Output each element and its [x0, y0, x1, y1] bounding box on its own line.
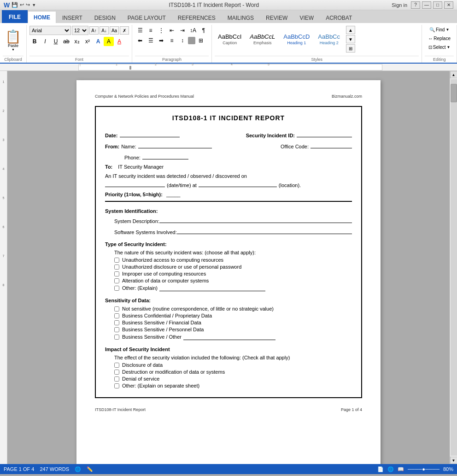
- tab-home[interactable]: HOME: [28, 11, 56, 23]
- tab-insert[interactable]: INSERT: [56, 12, 88, 23]
- sensitivity-checkbox-3[interactable]: [114, 320, 119, 325]
- minimize-button[interactable]: —: [422, 1, 431, 9]
- align-center-button[interactable]: ☰: [146, 36, 156, 45]
- tab-file[interactable]: FILE: [2, 10, 28, 23]
- tab-page-layout[interactable]: PAGE LAYOUT: [122, 12, 172, 23]
- highlight-button[interactable]: A: [104, 37, 114, 46]
- tab-review[interactable]: REVIEW: [260, 12, 293, 23]
- line-spacing-button[interactable]: ↕: [177, 36, 187, 45]
- office-code-field[interactable]: [311, 142, 352, 148]
- italic-button[interactable]: I: [40, 37, 50, 46]
- type-checkbox-4[interactable]: [114, 278, 119, 283]
- strikethrough-button[interactable]: ab: [61, 37, 71, 46]
- bullets-button[interactable]: ☰: [135, 26, 145, 35]
- styles-label: Styles: [215, 56, 419, 62]
- font-family-select[interactable]: Arial: [29, 26, 71, 35]
- datetime-field[interactable]: [105, 181, 165, 187]
- style-heading1[interactable]: AaBbCcD Heading 1: [280, 26, 313, 52]
- impact-checkbox-4[interactable]: [114, 383, 119, 388]
- styles-scroll-up[interactable]: ▲: [346, 26, 355, 34]
- sensitivity-checkbox-1[interactable]: [114, 306, 119, 311]
- change-case-button[interactable]: Aa: [110, 26, 119, 35]
- sensitivity-other-field[interactable]: [183, 334, 275, 340]
- font-shrink-button[interactable]: A↓: [100, 26, 109, 35]
- font-color-button[interactable]: A: [114, 37, 124, 46]
- phone-field[interactable]: [142, 153, 188, 159]
- select-button[interactable]: ⊡ Select ▼: [425, 43, 454, 51]
- type-checkbox-3[interactable]: [114, 271, 119, 276]
- view-read-icon[interactable]: 📖: [398, 466, 404, 472]
- multilevel-button[interactable]: ⋮: [156, 26, 166, 35]
- font-size-select[interactable]: 12: [72, 26, 88, 35]
- style-caption[interactable]: AaBbCcI Caption: [215, 26, 245, 52]
- sensitivity-checkbox-4[interactable]: [114, 327, 119, 332]
- show-marks-button[interactable]: ¶: [199, 26, 209, 35]
- signin-link[interactable]: Sign in: [392, 2, 407, 8]
- paste-button[interactable]: 📋 Paste ▼: [3, 29, 23, 53]
- tab-acrobat[interactable]: ACROBAT: [320, 12, 358, 23]
- zoom-slider[interactable]: ────●────: [408, 466, 439, 472]
- scroll-down-button[interactable]: ▼: [450, 457, 457, 464]
- align-left-button[interactable]: ⬅: [135, 36, 145, 45]
- language-icon[interactable]: 🌐: [75, 466, 81, 472]
- scroll-thumb[interactable]: [451, 84, 457, 102]
- tab-mailings[interactable]: MAILINGS: [222, 12, 260, 23]
- type-checkbox-2[interactable]: [114, 264, 119, 270]
- scroll-up-button[interactable]: ▲: [450, 71, 457, 78]
- impact-items: Disclosure of data Destruction or modifi…: [114, 362, 352, 388]
- close-button[interactable]: ✕: [444, 1, 453, 9]
- view-print-icon[interactable]: 📄: [377, 466, 384, 472]
- font-grow-button[interactable]: A↑: [89, 26, 99, 35]
- vertical-scrollbar[interactable]: ▲ ▼: [450, 71, 457, 464]
- superscript-button[interactable]: x²: [82, 37, 93, 46]
- justify-button[interactable]: ≡: [167, 36, 177, 45]
- quick-access-save[interactable]: 💾: [12, 2, 18, 8]
- type-checkbox-5[interactable]: [114, 286, 119, 291]
- quick-access-undo[interactable]: ↩: [20, 2, 24, 8]
- sensitivity-checkbox-2[interactable]: [114, 313, 119, 318]
- help-button[interactable]: ?: [411, 1, 420, 9]
- style-emphasis[interactable]: AaBbCcL Emphasis: [246, 26, 278, 52]
- impact-checkbox-3[interactable]: [114, 376, 119, 382]
- align-right-button[interactable]: ➡: [156, 36, 166, 45]
- text-effects-button[interactable]: A: [93, 37, 103, 46]
- styles-more[interactable]: ⊞: [346, 44, 355, 53]
- decrease-indent-button[interactable]: ⇤: [167, 26, 177, 35]
- numbering-button[interactable]: ≡: [146, 26, 156, 35]
- bold-button[interactable]: B: [29, 37, 40, 46]
- view-web-icon[interactable]: 🌐: [387, 466, 394, 472]
- styles-scroll-down[interactable]: ▼: [346, 35, 355, 43]
- software-field[interactable]: [177, 228, 352, 234]
- page-container[interactable]: Computer & Network Policies and Procedur…: [7, 71, 450, 464]
- sort-button[interactable]: ↕A: [188, 26, 198, 35]
- system-desc-field[interactable]: [159, 217, 352, 223]
- increase-indent-button[interactable]: ⇥: [177, 26, 187, 35]
- tab-references[interactable]: REFERENCES: [172, 12, 222, 23]
- scroll-track[interactable]: [451, 79, 457, 456]
- style-heading2[interactable]: AaBbCc Heading 2: [315, 26, 343, 52]
- borders-button[interactable]: ⊞: [196, 36, 206, 45]
- location-field[interactable]: [199, 181, 277, 187]
- tab-design[interactable]: DESIGN: [88, 12, 122, 23]
- date-field[interactable]: [120, 131, 180, 137]
- impact-checkbox-1[interactable]: [114, 363, 119, 368]
- type-checkbox-1[interactable]: [114, 258, 119, 263]
- clear-format-button[interactable]: ✗: [120, 26, 129, 35]
- quick-access-more[interactable]: ▼: [32, 3, 36, 7]
- security-id-field[interactable]: [297, 131, 352, 137]
- subscript-button[interactable]: x₂: [72, 37, 82, 46]
- quick-access-redo[interactable]: ↪: [26, 2, 30, 8]
- type-item-1: Unauthorized access to computing resourc…: [114, 257, 352, 263]
- underline-button[interactable]: U: [51, 37, 61, 46]
- priority-field[interactable]: _____: [166, 192, 181, 197]
- shading-button[interactable]: [188, 37, 195, 44]
- tab-view[interactable]: VIEW: [293, 12, 320, 23]
- replace-button[interactable]: ↔ Replace: [425, 35, 454, 42]
- maximize-button[interactable]: □: [433, 1, 442, 9]
- find-button[interactable]: 🔍 Find ▼: [425, 26, 454, 34]
- proofing-icon[interactable]: ✏️: [87, 466, 93, 472]
- type-other-field[interactable]: [159, 285, 265, 291]
- sensitivity-checkbox-5[interactable]: [114, 335, 119, 340]
- impact-checkbox-2[interactable]: [114, 370, 119, 375]
- name-field[interactable]: [138, 142, 212, 148]
